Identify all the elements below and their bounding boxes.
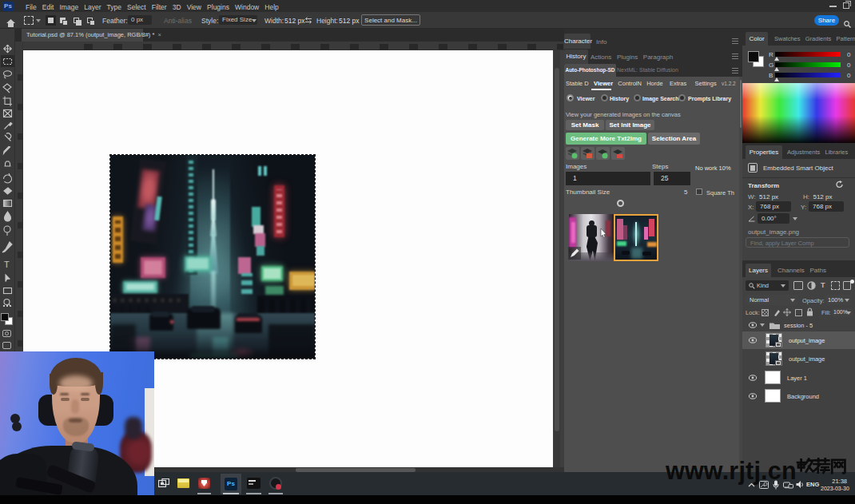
svg-text:T: T <box>4 260 10 269</box>
